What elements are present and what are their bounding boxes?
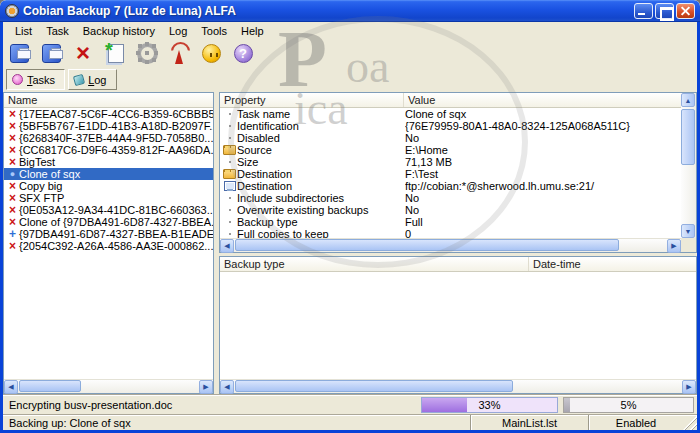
bullet-icon bbox=[222, 125, 237, 127]
backup-type-column-header[interactable]: Backup type bbox=[220, 257, 528, 271]
task-list-item[interactable]: Clone of {97DBA491-6D87-4327-BBEA... bbox=[4, 216, 213, 228]
task-list-item[interactable]: SFX FTP bbox=[4, 192, 213, 204]
property-value: No bbox=[405, 192, 681, 204]
task-list-item[interactable]: {CC6817C6-D9F6-4359-812F-AA96DA... bbox=[4, 144, 213, 156]
menu-item-tools[interactable]: Tools bbox=[194, 24, 234, 38]
toolbar-help-button[interactable] bbox=[230, 40, 256, 66]
tab-tasks[interactable]: Tasks bbox=[6, 69, 65, 90]
list-file-field: MainList.lst bbox=[470, 415, 588, 430]
value-column-header[interactable]: Value bbox=[403, 93, 681, 107]
options-icon bbox=[135, 41, 159, 65]
vscroll-thumb[interactable] bbox=[681, 109, 695, 165]
menu-item-help[interactable]: Help bbox=[234, 24, 271, 38]
tab-log[interactable]: Log bbox=[68, 69, 116, 90]
menu-item-list[interactable]: List bbox=[8, 24, 39, 38]
red-x-icon bbox=[6, 180, 19, 192]
toolbar-save-button[interactable] bbox=[38, 40, 64, 66]
scroll-right-icon[interactable]: ▶ bbox=[667, 239, 681, 253]
properties-panel: Property Value Task nameClone of sqxIden… bbox=[219, 92, 697, 253]
property-value: No bbox=[405, 132, 681, 144]
property-value: Clone of sqx bbox=[405, 108, 681, 120]
task-list-item[interactable]: {17EEAC87-5C6F-4CC6-B359-6CBBB5... bbox=[4, 108, 213, 120]
property-row[interactable]: Destinationftp://cobian:*@sherwood.lh.um… bbox=[220, 180, 681, 192]
properties-hscrollbar[interactable]: ◀ ▶ bbox=[220, 238, 681, 252]
property-name: Destination bbox=[237, 168, 405, 180]
hscroll-thumb[interactable] bbox=[19, 380, 81, 392]
scroll-right-icon[interactable]: ▶ bbox=[682, 380, 696, 394]
property-row[interactable]: Overwrite existing backupsNo bbox=[220, 204, 681, 216]
task-list-item[interactable]: Clone of sqx bbox=[4, 168, 213, 180]
task-list-item[interactable]: Copy big bbox=[4, 180, 213, 192]
property-row[interactable]: Full copies to keep0 bbox=[220, 228, 681, 238]
task-list-item[interactable]: BigTest bbox=[4, 156, 213, 168]
menu-item-log[interactable]: Log bbox=[162, 24, 194, 38]
toolbar-new-task-button[interactable] bbox=[102, 40, 128, 66]
hscroll-thumb[interactable] bbox=[235, 380, 513, 392]
hscroll-thumb[interactable] bbox=[235, 239, 619, 251]
scroll-left-icon[interactable]: ◀ bbox=[220, 239, 234, 253]
resize-grip[interactable] bbox=[683, 415, 697, 430]
property-row[interactable]: Size71,13 MB bbox=[220, 156, 681, 168]
progress-row: Encrypting busv-presentation.doc 33% 5% bbox=[3, 394, 697, 414]
property-row[interactable]: Include subdirectoriesNo bbox=[220, 192, 681, 204]
task-list-item[interactable]: {0E053A12-9A34-41DC-81BC-660363... bbox=[4, 204, 213, 216]
minimize-button[interactable] bbox=[634, 3, 653, 19]
property-row[interactable]: DisabledNo bbox=[220, 132, 681, 144]
property-value: No bbox=[405, 204, 681, 216]
red-x-icon bbox=[6, 204, 19, 216]
scroll-right-icon[interactable]: ▶ bbox=[199, 380, 213, 394]
status-text: Backing up: Clone of sqx bbox=[3, 417, 470, 429]
red-x-icon bbox=[6, 132, 19, 144]
property-row[interactable]: Task nameClone of sqx bbox=[220, 108, 681, 120]
scroll-down-icon[interactable]: ▼ bbox=[681, 224, 695, 238]
delete-icon bbox=[71, 41, 95, 65]
toolbar-feedback-button[interactable] bbox=[198, 40, 224, 66]
menu-item-backup-history[interactable]: Backup history bbox=[76, 24, 162, 38]
bullet-icon bbox=[222, 233, 237, 235]
tasks-icon bbox=[12, 74, 23, 85]
toolbar-options-button[interactable] bbox=[134, 40, 160, 66]
property-value: {76E79959-80A1-48A0-8324-125A068A511C} bbox=[405, 120, 681, 132]
task-list-item[interactable]: {5BF5B767-E1DD-41B3-A18D-B2097F... bbox=[4, 120, 213, 132]
blue-plus-icon bbox=[6, 228, 19, 240]
scroll-left-icon[interactable]: ◀ bbox=[4, 380, 18, 394]
tab-row: TasksLog bbox=[3, 67, 697, 92]
task-progress-bar: 33% bbox=[421, 397, 558, 413]
task-list-header[interactable]: Name bbox=[4, 93, 213, 108]
history-hscrollbar[interactable]: ◀ ▶ bbox=[220, 379, 696, 393]
property-value: F:\Test bbox=[405, 168, 681, 180]
property-row[interactable]: Identification{76E79959-80A1-48A0-8324-1… bbox=[220, 120, 681, 132]
folder-icon bbox=[222, 145, 237, 155]
bullet-icon bbox=[222, 197, 237, 199]
feedback-icon bbox=[202, 44, 221, 63]
properties-vscrollbar[interactable]: ▲ ▼ bbox=[681, 93, 696, 238]
close-button[interactable] bbox=[676, 3, 695, 19]
title-bar[interactable]: Cobian Backup 7 (Luz de Luna) ALFA bbox=[0, 0, 700, 22]
log-icon bbox=[73, 73, 85, 85]
property-row[interactable]: DestinationF:\Test bbox=[220, 168, 681, 180]
toolbar-delete-button[interactable] bbox=[70, 40, 96, 66]
property-name: Destination bbox=[237, 180, 405, 192]
scroll-left-icon[interactable]: ◀ bbox=[220, 380, 234, 394]
task-list-item[interactable]: {6268340F-37EB-44A4-9F5D-7058B0... bbox=[4, 132, 213, 144]
property-row[interactable]: Backup typeFull bbox=[220, 216, 681, 228]
bullet-icon bbox=[222, 137, 237, 139]
scroll-up-icon[interactable]: ▲ bbox=[681, 93, 695, 107]
property-row[interactable]: SourceE:\Home bbox=[220, 144, 681, 156]
property-value: ftp://cobian:*@sherwood.lh.umu.se:21/ bbox=[405, 180, 681, 192]
task-list-item[interactable]: {2054C392-A26A-4586-AA3E-000862... bbox=[4, 240, 213, 252]
current-operation-label: Encrypting busv-presentation.doc bbox=[9, 399, 421, 411]
task-list-hscrollbar[interactable]: ◀ ▶ bbox=[4, 379, 213, 393]
date-time-column-header[interactable]: Date-time bbox=[528, 257, 696, 271]
menu-item-task[interactable]: Task bbox=[39, 24, 76, 38]
name-column-header[interactable]: Name bbox=[4, 93, 41, 107]
task-list-item[interactable]: {97DBA491-6D87-4327-BBEA-B1EADE... bbox=[4, 228, 213, 240]
red-x-icon bbox=[6, 192, 19, 204]
property-value: Full bbox=[405, 216, 681, 228]
property-column-header[interactable]: Property bbox=[220, 93, 403, 107]
maximize-button[interactable] bbox=[655, 3, 674, 19]
total-progress-percent: 5% bbox=[621, 399, 637, 411]
toolbar-backup-button[interactable] bbox=[6, 40, 32, 66]
property-name: Identification bbox=[237, 120, 405, 132]
toolbar-broadcast-button[interactable] bbox=[166, 40, 192, 66]
